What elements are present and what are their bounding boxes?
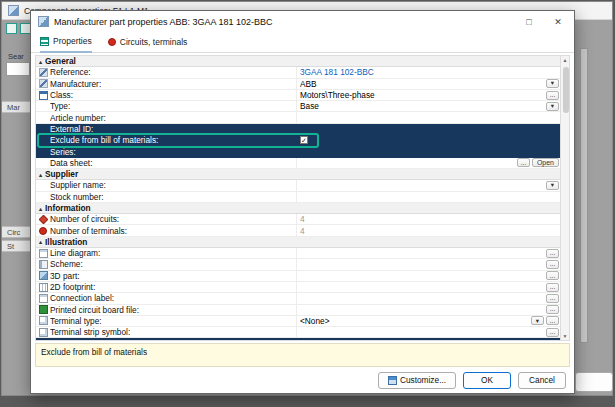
dropdown-button[interactable]: ▾ xyxy=(546,79,559,88)
property-label: Manufacturer: xyxy=(50,79,296,89)
wrench-icon xyxy=(39,79,48,88)
collapse-icon[interactable]: ▴ xyxy=(39,171,42,178)
row-icon-cell xyxy=(36,283,50,292)
property-value-cell[interactable] xyxy=(296,146,560,156)
property-row[interactable]: Terminal strip symbol:... xyxy=(36,327,560,338)
ok-button[interactable]: OK xyxy=(463,372,511,389)
manufacturer-tab-fragment[interactable]: Mar xyxy=(2,101,32,113)
ellipsis-button[interactable]: ... xyxy=(546,91,559,100)
dialog-footer: Customize... OK Cancel xyxy=(31,367,574,393)
scrollbar-thumb[interactable] xyxy=(563,67,569,113)
section-row[interactable]: ▴Illustration xyxy=(36,237,560,248)
ellipsis-button[interactable]: ... xyxy=(546,260,559,269)
property-value-cell[interactable]: 4 xyxy=(296,225,560,235)
property-row[interactable]: Terminal type:<None>▾... xyxy=(36,316,560,327)
section-row[interactable]: ▴General xyxy=(36,56,560,67)
footprint-2d-icon xyxy=(39,283,48,292)
property-row[interactable]: Connection label:... xyxy=(36,293,560,304)
collapse-icon[interactable]: ▴ xyxy=(39,238,42,245)
row-icon-cell xyxy=(36,216,50,223)
property-value-cell[interactable]: ...Open xyxy=(296,158,560,168)
tab-properties[interactable]: Properties xyxy=(40,31,92,53)
property-row[interactable]: Supplier name:▾ xyxy=(36,180,560,191)
property-row[interactable]: Exclude from bill of materials:✓ xyxy=(36,135,560,146)
property-row[interactable]: Class:Motors\Three-phase... xyxy=(36,90,560,101)
ellipsis-button[interactable]: ... xyxy=(546,271,559,280)
property-row[interactable]: Number of terminals:4 xyxy=(36,225,560,236)
property-row[interactable]: Type:Base▾ xyxy=(36,101,560,112)
ellipsis-button[interactable]: ... xyxy=(546,294,559,303)
property-row[interactable]: Manufacturer:ABB▾ xyxy=(36,79,560,90)
property-label: Series: xyxy=(50,147,296,157)
property-row[interactable]: 2D footprint:... xyxy=(36,282,560,293)
property-value-cell[interactable]: ✓ xyxy=(296,135,560,145)
circuits-tab-fragment[interactable]: Circ xyxy=(2,226,32,238)
property-value: <None> xyxy=(300,316,529,326)
parent-button-fragment[interactable] xyxy=(575,372,613,392)
search-input-fragment[interactable] xyxy=(6,62,30,76)
scroll-up-icon[interactable]: ▲ xyxy=(563,57,568,63)
property-label: Stock number: xyxy=(50,192,296,202)
property-row[interactable]: Printed circuit board file:... xyxy=(36,305,560,316)
cancel-button[interactable]: Cancel xyxy=(518,372,566,389)
dropdown-button[interactable]: ▾ xyxy=(531,316,544,325)
property-row[interactable]: External ID: xyxy=(36,124,560,135)
property-row[interactable]: Series: xyxy=(36,146,560,157)
property-value-cell[interactable]: ... xyxy=(296,305,560,315)
property-row[interactable]: Stock number: xyxy=(36,192,560,203)
customize-button[interactable]: Customize... xyxy=(378,372,456,389)
tab-bar: Properties Circuits, terminals xyxy=(31,32,574,53)
ellipsis-button[interactable]: ... xyxy=(546,316,559,325)
symbol-tab-fragment[interactable]: St xyxy=(2,240,32,252)
property-value-cell[interactable]: ... xyxy=(296,271,560,281)
property-value-cell[interactable]: 3GAA 181 102-BBC xyxy=(296,67,560,77)
property-value-cell[interactable]: ... xyxy=(296,327,560,337)
dropdown-button[interactable]: ▾ xyxy=(546,102,559,111)
property-row[interactable]: Number of circuits:4 xyxy=(36,214,560,225)
exclude-bom-checkbox[interactable]: ✓ xyxy=(300,136,308,144)
ellipsis-button[interactable]: ... xyxy=(546,305,559,314)
section-row[interactable]: ▴Supplier xyxy=(36,169,560,180)
tab-circuits-terminals[interactable]: Circuits, terminals xyxy=(108,32,188,52)
property-value: 3GAA 181 102-BBC xyxy=(300,67,559,77)
parent-scrollbar-fragment[interactable] xyxy=(580,48,588,343)
ellipsis-button[interactable]: ... xyxy=(546,283,559,292)
property-value-cell[interactable]: 4 xyxy=(296,214,560,224)
property-value-cell[interactable]: ... xyxy=(296,248,560,258)
property-value-cell[interactable]: ... xyxy=(296,282,560,292)
property-value-cell[interactable] xyxy=(296,124,560,134)
property-row[interactable]: Data sheet:...Open xyxy=(36,158,560,169)
manufacturer-part-properties-dialog: Manufacturer part properties ABB: 3GAA 1… xyxy=(30,10,575,394)
property-row[interactable]: Reference:3GAA 181 102-BBC xyxy=(36,67,560,78)
property-value-cell[interactable] xyxy=(296,112,560,122)
maximize-button[interactable]: □ xyxy=(517,14,541,30)
row-icon-cell xyxy=(36,328,50,337)
ellipsis-button[interactable]: ... xyxy=(546,328,559,337)
property-value-cell[interactable]: <None>▾... xyxy=(296,316,560,326)
close-button[interactable]: ✕ xyxy=(546,14,570,30)
scroll-down-icon[interactable]: ▼ xyxy=(563,333,568,339)
property-row[interactable]: Scheme:... xyxy=(36,259,560,270)
collapse-icon[interactable]: ▴ xyxy=(39,58,42,65)
property-value-cell[interactable]: Motors\Three-phase... xyxy=(296,90,560,100)
grid-scrollbar[interactable]: ▲ ▼ xyxy=(560,56,569,340)
property-row[interactable]: 3D part:... xyxy=(36,271,560,282)
open-button[interactable]: Open xyxy=(532,158,559,167)
ellipsis-button[interactable]: ... xyxy=(546,249,559,258)
row-icon-cell xyxy=(36,249,50,258)
ellipsis-button[interactable]: ... xyxy=(517,158,530,167)
partial-row[interactable] xyxy=(36,338,560,341)
property-value-cell[interactable]: ... xyxy=(296,293,560,303)
property-value-cell[interactable]: Base▾ xyxy=(296,101,560,111)
collapse-icon[interactable]: ▴ xyxy=(39,205,42,212)
property-value-cell[interactable]: ABB▾ xyxy=(296,79,560,89)
toolbar-icon[interactable] xyxy=(6,23,17,34)
property-row[interactable]: Line diagram:... xyxy=(36,248,560,259)
property-value-cell[interactable]: ... xyxy=(296,259,560,269)
section-row[interactable]: ▴Information xyxy=(36,203,560,214)
property-value-cell[interactable] xyxy=(296,192,560,202)
property-value-cell[interactable]: ▾ xyxy=(296,180,560,190)
dropdown-button[interactable]: ▾ xyxy=(546,181,559,190)
property-row[interactable]: Article number: xyxy=(36,112,560,123)
property-label: 3D part: xyxy=(50,271,296,281)
